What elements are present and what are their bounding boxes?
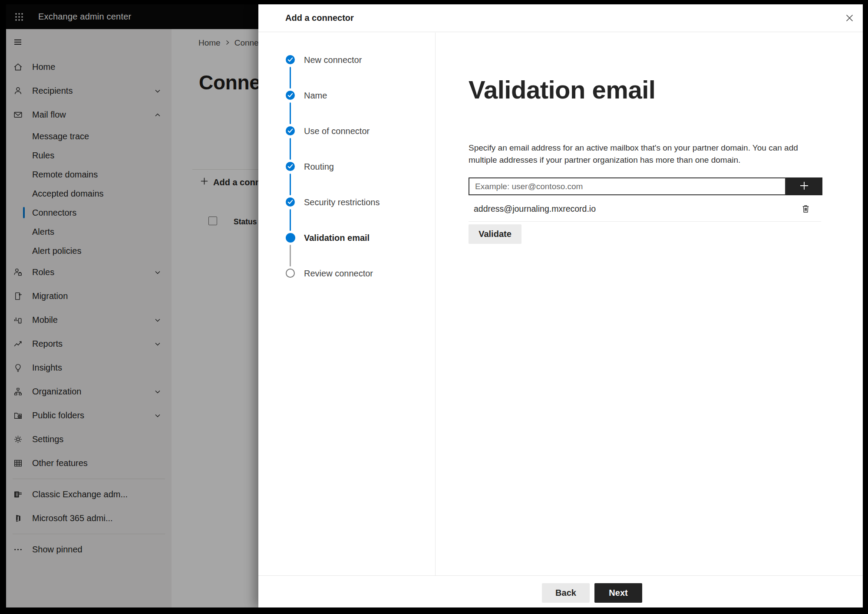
wizard-step[interactable]: Validation email [258, 233, 435, 269]
email-input-row [469, 177, 822, 195]
check-icon [286, 55, 295, 64]
address-row: address@journaling.mxrecord.io [469, 200, 822, 217]
wizard-step[interactable]: New connector [258, 55, 435, 91]
close-icon[interactable] [842, 10, 857, 25]
validate-button[interactable]: Validate [469, 224, 521, 244]
wizard-step[interactable]: Routing [258, 162, 435, 197]
next-button[interactable]: Next [594, 583, 642, 603]
address-email: address@journaling.mxrecord.io [474, 204, 596, 214]
back-button[interactable]: Back [542, 583, 590, 603]
panel-body: New connector Name Use of connector Rout… [258, 33, 863, 575]
check-icon [286, 162, 295, 171]
wizard-step[interactable]: Name [258, 91, 435, 126]
panel-title: Add a connector [285, 13, 354, 23]
step-heading: Validation email [469, 76, 655, 104]
trash-icon[interactable] [799, 202, 812, 215]
step-circle [286, 233, 295, 243]
step-content: Validation email Specify an email addres… [436, 33, 863, 575]
panel-footer: Back Next [258, 575, 863, 607]
step-description: Specify an email address for an active m… [469, 142, 798, 166]
wizard-stepper: New connector Name Use of connector Rout… [258, 33, 436, 575]
wizard-step[interactable]: Review connector [258, 269, 435, 304]
email-input[interactable] [469, 177, 786, 195]
screenshot-frame: Exchange admin center Home Recipien [0, 0, 868, 614]
check-icon [286, 126, 295, 135]
check-icon [286, 91, 295, 100]
address-divider [469, 221, 821, 222]
wizard-step[interactable]: Security restrictions [258, 197, 435, 233]
step-circle [286, 269, 295, 278]
add-address-button[interactable] [786, 177, 822, 195]
app-window: Exchange admin center Home Recipien [6, 4, 863, 607]
plus-icon [799, 180, 810, 193]
panel-header: Add a connector [258, 4, 863, 32]
wizard-step[interactable]: Use of connector [258, 126, 435, 162]
add-connector-panel: Add a connector New connector Name [258, 4, 863, 607]
check-icon [286, 197, 295, 207]
